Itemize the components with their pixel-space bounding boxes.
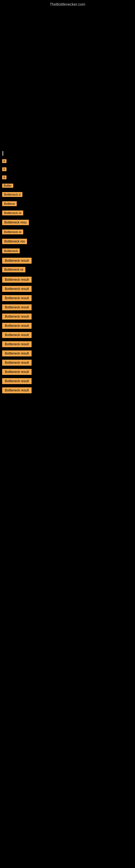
badge-row: B bbox=[0, 158, 135, 166]
badge-row: Bottleneck result bbox=[0, 349, 135, 358]
badge-21: Bottleneck result bbox=[2, 341, 32, 347]
badge-row: Bottleneck bbox=[0, 247, 135, 256]
badge-row: Bottleneck result bbox=[0, 312, 135, 321]
badge-14: Bottleneck result bbox=[2, 277, 32, 283]
badge-row: B bbox=[0, 174, 135, 182]
badge-12: Bottleneck result bbox=[2, 258, 32, 264]
badge-15: Bottleneck result bbox=[2, 286, 32, 292]
badge-row: Bottleneck result bbox=[0, 330, 135, 340]
badge-8: Bottleneck resu bbox=[2, 220, 29, 225]
badge-row: Bottler bbox=[0, 182, 135, 190]
badge-11: Bottleneck bbox=[2, 248, 20, 253]
badges-container: BEBBottlerBottleneck dBottleneBottleneck… bbox=[0, 158, 135, 395]
badge-1: B bbox=[2, 159, 6, 163]
badge-26: Bottleneck result bbox=[2, 388, 32, 393]
badge-row: Bottleneck re bbox=[0, 209, 135, 218]
badge-row: Bottleneck result bbox=[0, 303, 135, 312]
badge-24: Bottleneck result bbox=[2, 369, 32, 375]
badge-25: Bottleneck result bbox=[2, 378, 32, 384]
badge-row: Bottleneck result bbox=[0, 293, 135, 303]
badge-row: Bottleneck result bbox=[0, 284, 135, 293]
badge-22: Bottleneck result bbox=[2, 350, 32, 356]
badge-row: Bottleneck result bbox=[0, 358, 135, 367]
badge-4: Bottler bbox=[2, 184, 13, 188]
badge-row: Bottleneck result bbox=[0, 386, 135, 395]
badge-row: Bottleneck result bbox=[0, 275, 135, 284]
badge-row: Bottleneck re bbox=[0, 228, 135, 237]
badge-6: Bottlene bbox=[2, 201, 17, 206]
badge-row: Bottleneck result bbox=[0, 340, 135, 349]
badge-row: Bottleneck d bbox=[0, 190, 135, 199]
badge-5: Bottleneck d bbox=[2, 192, 22, 197]
main-chart-area bbox=[0, 8, 135, 149]
badge-17: Bottleneck result bbox=[2, 304, 32, 310]
badge-13: Bottleneck re bbox=[2, 267, 26, 272]
badge-18: Bottleneck result bbox=[2, 314, 32, 319]
badge-10: Bottleneck res bbox=[2, 239, 27, 244]
badge-16: Bottleneck result bbox=[2, 295, 32, 301]
badge-row: Bottleneck result bbox=[0, 256, 135, 265]
badge-2: E bbox=[2, 167, 6, 171]
badge-20: Bottleneck result bbox=[2, 332, 32, 338]
badge-row: Bottleneck re bbox=[0, 265, 135, 275]
badge-row: Bottleneck res bbox=[0, 237, 135, 247]
badge-row: Bottlene bbox=[0, 199, 135, 209]
badge-row: Bottleneck resu bbox=[0, 218, 135, 228]
pipe-label: | bbox=[0, 149, 135, 158]
badge-row: Bottleneck result bbox=[0, 376, 135, 386]
badge-23: Bottleneck result bbox=[2, 360, 32, 366]
badge-row: Bottleneck result bbox=[0, 367, 135, 376]
badge-19: Bottleneck result bbox=[2, 323, 32, 329]
badge-9: Bottleneck re bbox=[2, 229, 23, 235]
site-title: TheBottlenecker.com bbox=[0, 0, 135, 8]
badge-7: Bottleneck re bbox=[2, 211, 23, 215]
badge-3: B bbox=[2, 176, 6, 179]
badge-row: Bottleneck result bbox=[0, 321, 135, 330]
badge-row: E bbox=[0, 166, 135, 174]
